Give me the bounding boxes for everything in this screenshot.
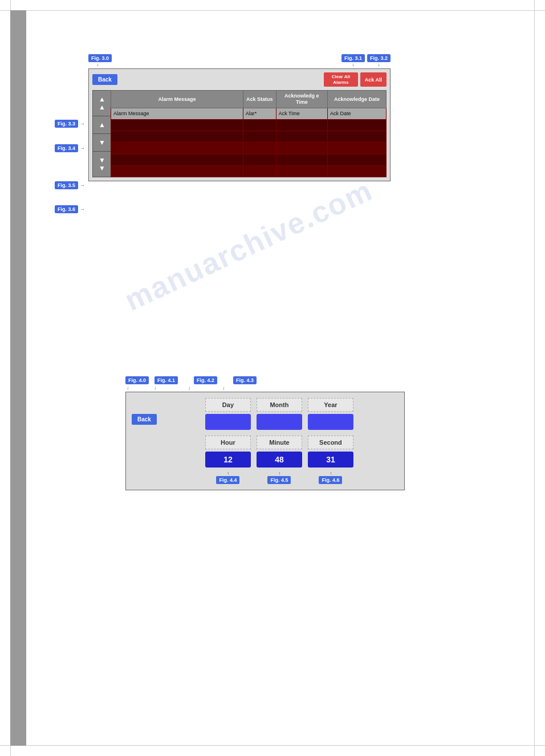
- alarm-data-row-2: [111, 120, 387, 131]
- alarm-ack-4: [243, 143, 276, 154]
- fig36-label-group: Fig. 3.6 →: [55, 205, 85, 213]
- alarm-ack-2: [243, 120, 276, 131]
- page-border-right: [534, 0, 535, 756]
- fig3-nav-bottom-button[interactable]: ▼▼: [93, 152, 111, 177]
- fig41-label: Fig. 4.1: [154, 376, 178, 384]
- fig3-nav-up-button[interactable]: ▲: [93, 116, 111, 134]
- alarm-ack-6: [243, 165, 276, 177]
- fig3-back-button[interactable]: Back: [92, 74, 117, 85]
- col-ack-date-header: Acknowledge Date: [327, 91, 386, 108]
- fig4-hour-label: Hour: [205, 436, 251, 449]
- fig4-panel: Fig. 4.0 Fig. 4.1 Fig. 4.2 Fig. 4.3 ↓ ↓ …: [125, 376, 405, 490]
- alarm-data-row-4: [111, 143, 387, 154]
- alarm-msg-1: Alarm Message: [111, 108, 243, 119]
- fig3-panel: Fig. 3.0 ↓ Fig. 3.1 ↓ Fig. 3.2 ↓ Back Cl…: [88, 54, 391, 181]
- alarm-date-4: [327, 143, 386, 154]
- fig4-second-cell: Second: [308, 436, 353, 449]
- fig36-label: Fig. 3.6: [55, 205, 78, 213]
- fig4-year-label: Year: [308, 398, 353, 412]
- fig46-label: Fig. 4.6: [319, 476, 342, 484]
- col-ack-time-header: Acknowledg e Time: [276, 91, 327, 108]
- fig4-second-label: Second: [308, 436, 353, 449]
- fig3-ack-all-button[interactable]: Ack All: [360, 72, 387, 87]
- fig40-label: Fig. 4.0: [125, 376, 149, 384]
- alarm-data-row-1: Alarm Message Alar* Ack Time Ack Date: [111, 108, 387, 119]
- alarm-date-2: [327, 120, 386, 131]
- fig4-day-label: Day: [205, 398, 251, 412]
- alarm-data-row-5: [111, 154, 387, 165]
- alarm-data-row-6: [111, 165, 387, 177]
- fig4-day-value[interactable]: [205, 414, 251, 430]
- fig33-label: Fig. 3.3: [55, 120, 78, 128]
- fig4-minute-cell: Minute: [257, 436, 302, 449]
- fig4-day-cell: Day: [205, 398, 251, 412]
- alarm-date-6: [327, 165, 386, 177]
- alarm-data-row-3: [111, 131, 387, 143]
- fig42-label: Fig. 4.2: [194, 376, 217, 384]
- fig35-label: Fig. 3.5: [55, 181, 78, 189]
- col-alarm-header: Alarm Message: [111, 91, 243, 108]
- fig4-minute-label: Minute: [257, 436, 302, 449]
- fig32-label: Fig. 3.2: [367, 54, 391, 62]
- alarm-msg-2: [111, 120, 243, 131]
- alarm-time-5: [276, 154, 327, 165]
- alarm-time-4: [276, 143, 327, 154]
- fig4-year-cell: Year: [308, 398, 353, 412]
- fig4-month-label: Month: [257, 398, 302, 412]
- fig4-month-cell: Month: [257, 398, 302, 412]
- alarm-date-3: [327, 131, 386, 143]
- fig4-hour-value[interactable]: 12: [205, 452, 251, 468]
- sidebar-strip: [10, 10, 26, 746]
- alarm-time-6: [276, 165, 327, 177]
- alarm-time-2: [276, 120, 327, 131]
- fig4-hour-cell: Hour: [205, 436, 251, 449]
- col-ack-status-header: Ack Status: [243, 91, 276, 108]
- fig44-label: Fig. 4.4: [216, 476, 239, 484]
- fig4-year-value[interactable]: [308, 414, 353, 430]
- fig31-label: Fig. 3.1: [341, 54, 365, 62]
- fig43-label: Fig. 4.3: [233, 376, 257, 384]
- alarm-table: Alarm Message Ack Status Acknowledg e Ti…: [111, 90, 387, 177]
- alarm-date-1: Ack Date: [327, 108, 386, 119]
- page-border-bottom: [0, 745, 545, 746]
- alarm-ack-3: [243, 131, 276, 143]
- alarm-msg-6: [111, 165, 243, 177]
- fig4-second-value[interactable]: 31: [308, 452, 353, 468]
- alarm-ack-1: Alar*: [243, 108, 276, 119]
- page-border-top: [0, 10, 545, 11]
- fig3-nav-sidebar: ▲▲ ▲ ▼ ▼▼: [92, 90, 111, 177]
- alarm-msg-5: [111, 154, 243, 165]
- alarm-time-3: [276, 131, 327, 143]
- fig30-label: Fig. 3.0: [88, 54, 112, 62]
- fig33-label-group: Fig. 3.3 →: [55, 120, 85, 128]
- fig3-nav-top-button[interactable]: ▲▲: [93, 91, 111, 116]
- fig3-nav-down-button[interactable]: ▼: [93, 134, 111, 152]
- alarm-time-1: Ack Time: [276, 108, 327, 119]
- fig3-clear-all-button[interactable]: Clear All Alarms: [324, 72, 358, 87]
- alarm-msg-3: [111, 131, 243, 143]
- alarm-date-5: [327, 154, 386, 165]
- fig34-label-group: Fig. 3.4 →: [55, 144, 85, 152]
- alarm-msg-4: [111, 143, 243, 154]
- fig4-back-button[interactable]: Back: [132, 414, 157, 425]
- fig34-label: Fig. 3.4: [55, 144, 78, 152]
- fig45-label: Fig. 4.5: [267, 476, 291, 484]
- watermark: manuarchive.com: [119, 173, 377, 318]
- alarm-ack-5: [243, 154, 276, 165]
- fig4-month-value[interactable]: [257, 414, 302, 430]
- fig4-minute-value[interactable]: 48: [257, 452, 302, 468]
- fig35-label-group: Fig. 3.5 →: [55, 181, 85, 189]
